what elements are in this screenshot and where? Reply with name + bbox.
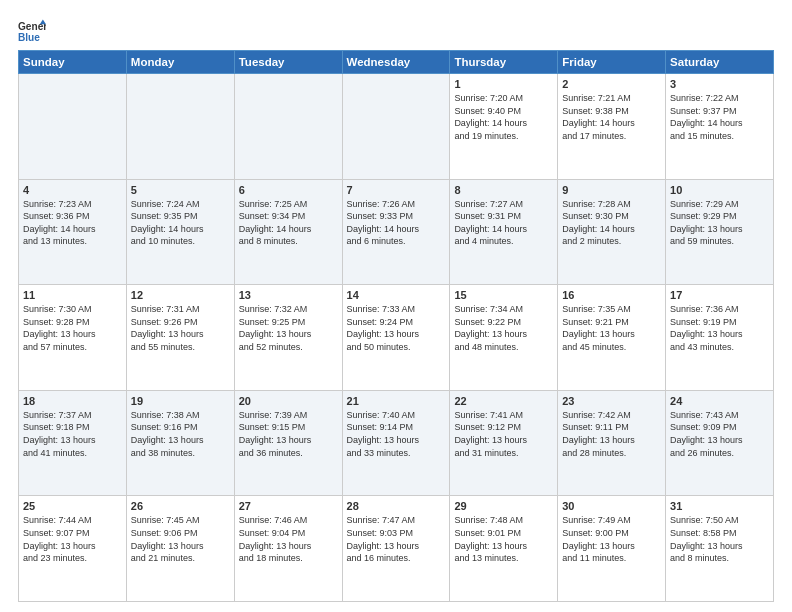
day-info: Sunrise: 7:31 AM Sunset: 9:26 PM Dayligh…	[131, 303, 230, 353]
logo-icon: General Blue	[18, 18, 46, 46]
day-number: 3	[670, 78, 769, 90]
day-number: 4	[23, 184, 122, 196]
day-number: 11	[23, 289, 122, 301]
day-info: Sunrise: 7:22 AM Sunset: 9:37 PM Dayligh…	[670, 92, 769, 142]
calendar-cell: 20Sunrise: 7:39 AM Sunset: 9:15 PM Dayli…	[234, 390, 342, 496]
weekday-header-row: SundayMondayTuesdayWednesdayThursdayFrid…	[19, 51, 774, 74]
week-row-5: 25Sunrise: 7:44 AM Sunset: 9:07 PM Dayli…	[19, 496, 774, 602]
weekday-header-wednesday: Wednesday	[342, 51, 450, 74]
calendar-cell: 25Sunrise: 7:44 AM Sunset: 9:07 PM Dayli…	[19, 496, 127, 602]
calendar-cell: 4Sunrise: 7:23 AM Sunset: 9:36 PM Daylig…	[19, 179, 127, 285]
week-row-1: 1Sunrise: 7:20 AM Sunset: 9:40 PM Daylig…	[19, 74, 774, 180]
calendar-cell: 6Sunrise: 7:25 AM Sunset: 9:34 PM Daylig…	[234, 179, 342, 285]
calendar-cell: 1Sunrise: 7:20 AM Sunset: 9:40 PM Daylig…	[450, 74, 558, 180]
day-info: Sunrise: 7:30 AM Sunset: 9:28 PM Dayligh…	[23, 303, 122, 353]
day-number: 25	[23, 500, 122, 512]
calendar-cell: 22Sunrise: 7:41 AM Sunset: 9:12 PM Dayli…	[450, 390, 558, 496]
day-number: 31	[670, 500, 769, 512]
day-number: 8	[454, 184, 553, 196]
day-number: 27	[239, 500, 338, 512]
day-number: 30	[562, 500, 661, 512]
weekday-header-sunday: Sunday	[19, 51, 127, 74]
weekday-header-thursday: Thursday	[450, 51, 558, 74]
day-number: 16	[562, 289, 661, 301]
calendar-cell: 17Sunrise: 7:36 AM Sunset: 9:19 PM Dayli…	[666, 285, 774, 391]
day-info: Sunrise: 7:50 AM Sunset: 8:58 PM Dayligh…	[670, 514, 769, 564]
day-info: Sunrise: 7:28 AM Sunset: 9:30 PM Dayligh…	[562, 198, 661, 248]
calendar-cell: 16Sunrise: 7:35 AM Sunset: 9:21 PM Dayli…	[558, 285, 666, 391]
day-info: Sunrise: 7:44 AM Sunset: 9:07 PM Dayligh…	[23, 514, 122, 564]
day-info: Sunrise: 7:40 AM Sunset: 9:14 PM Dayligh…	[347, 409, 446, 459]
calendar-cell	[19, 74, 127, 180]
day-info: Sunrise: 7:43 AM Sunset: 9:09 PM Dayligh…	[670, 409, 769, 459]
day-number: 17	[670, 289, 769, 301]
day-number: 13	[239, 289, 338, 301]
calendar: SundayMondayTuesdayWednesdayThursdayFrid…	[18, 50, 774, 602]
day-number: 10	[670, 184, 769, 196]
weekday-header-saturday: Saturday	[666, 51, 774, 74]
day-number: 20	[239, 395, 338, 407]
calendar-cell	[126, 74, 234, 180]
calendar-cell: 9Sunrise: 7:28 AM Sunset: 9:30 PM Daylig…	[558, 179, 666, 285]
day-info: Sunrise: 7:24 AM Sunset: 9:35 PM Dayligh…	[131, 198, 230, 248]
calendar-cell: 19Sunrise: 7:38 AM Sunset: 9:16 PM Dayli…	[126, 390, 234, 496]
week-row-4: 18Sunrise: 7:37 AM Sunset: 9:18 PM Dayli…	[19, 390, 774, 496]
day-number: 9	[562, 184, 661, 196]
calendar-cell: 13Sunrise: 7:32 AM Sunset: 9:25 PM Dayli…	[234, 285, 342, 391]
calendar-cell: 10Sunrise: 7:29 AM Sunset: 9:29 PM Dayli…	[666, 179, 774, 285]
day-info: Sunrise: 7:27 AM Sunset: 9:31 PM Dayligh…	[454, 198, 553, 248]
day-number: 29	[454, 500, 553, 512]
calendar-cell: 2Sunrise: 7:21 AM Sunset: 9:38 PM Daylig…	[558, 74, 666, 180]
day-number: 19	[131, 395, 230, 407]
calendar-cell: 31Sunrise: 7:50 AM Sunset: 8:58 PM Dayli…	[666, 496, 774, 602]
week-row-2: 4Sunrise: 7:23 AM Sunset: 9:36 PM Daylig…	[19, 179, 774, 285]
day-info: Sunrise: 7:36 AM Sunset: 9:19 PM Dayligh…	[670, 303, 769, 353]
day-number: 12	[131, 289, 230, 301]
header: General Blue	[18, 18, 774, 46]
calendar-cell: 29Sunrise: 7:48 AM Sunset: 9:01 PM Dayli…	[450, 496, 558, 602]
day-number: 5	[131, 184, 230, 196]
day-info: Sunrise: 7:25 AM Sunset: 9:34 PM Dayligh…	[239, 198, 338, 248]
calendar-cell: 28Sunrise: 7:47 AM Sunset: 9:03 PM Dayli…	[342, 496, 450, 602]
day-number: 24	[670, 395, 769, 407]
day-info: Sunrise: 7:20 AM Sunset: 9:40 PM Dayligh…	[454, 92, 553, 142]
day-info: Sunrise: 7:45 AM Sunset: 9:06 PM Dayligh…	[131, 514, 230, 564]
day-info: Sunrise: 7:37 AM Sunset: 9:18 PM Dayligh…	[23, 409, 122, 459]
day-info: Sunrise: 7:34 AM Sunset: 9:22 PM Dayligh…	[454, 303, 553, 353]
day-number: 14	[347, 289, 446, 301]
day-number: 21	[347, 395, 446, 407]
calendar-cell: 3Sunrise: 7:22 AM Sunset: 9:37 PM Daylig…	[666, 74, 774, 180]
day-number: 6	[239, 184, 338, 196]
day-info: Sunrise: 7:46 AM Sunset: 9:04 PM Dayligh…	[239, 514, 338, 564]
calendar-cell: 18Sunrise: 7:37 AM Sunset: 9:18 PM Dayli…	[19, 390, 127, 496]
day-info: Sunrise: 7:47 AM Sunset: 9:03 PM Dayligh…	[347, 514, 446, 564]
weekday-header-friday: Friday	[558, 51, 666, 74]
day-number: 26	[131, 500, 230, 512]
day-number: 2	[562, 78, 661, 90]
day-info: Sunrise: 7:35 AM Sunset: 9:21 PM Dayligh…	[562, 303, 661, 353]
day-info: Sunrise: 7:33 AM Sunset: 9:24 PM Dayligh…	[347, 303, 446, 353]
day-info: Sunrise: 7:49 AM Sunset: 9:00 PM Dayligh…	[562, 514, 661, 564]
calendar-cell: 8Sunrise: 7:27 AM Sunset: 9:31 PM Daylig…	[450, 179, 558, 285]
day-info: Sunrise: 7:41 AM Sunset: 9:12 PM Dayligh…	[454, 409, 553, 459]
day-info: Sunrise: 7:48 AM Sunset: 9:01 PM Dayligh…	[454, 514, 553, 564]
day-number: 23	[562, 395, 661, 407]
svg-text:Blue: Blue	[18, 32, 40, 43]
day-info: Sunrise: 7:32 AM Sunset: 9:25 PM Dayligh…	[239, 303, 338, 353]
calendar-cell: 23Sunrise: 7:42 AM Sunset: 9:11 PM Dayli…	[558, 390, 666, 496]
day-number: 7	[347, 184, 446, 196]
weekday-header-monday: Monday	[126, 51, 234, 74]
calendar-cell	[234, 74, 342, 180]
calendar-cell: 12Sunrise: 7:31 AM Sunset: 9:26 PM Dayli…	[126, 285, 234, 391]
day-info: Sunrise: 7:29 AM Sunset: 9:29 PM Dayligh…	[670, 198, 769, 248]
calendar-cell: 5Sunrise: 7:24 AM Sunset: 9:35 PM Daylig…	[126, 179, 234, 285]
day-info: Sunrise: 7:23 AM Sunset: 9:36 PM Dayligh…	[23, 198, 122, 248]
calendar-cell: 14Sunrise: 7:33 AM Sunset: 9:24 PM Dayli…	[342, 285, 450, 391]
calendar-cell: 21Sunrise: 7:40 AM Sunset: 9:14 PM Dayli…	[342, 390, 450, 496]
day-number: 1	[454, 78, 553, 90]
calendar-cell: 11Sunrise: 7:30 AM Sunset: 9:28 PM Dayli…	[19, 285, 127, 391]
day-number: 15	[454, 289, 553, 301]
day-info: Sunrise: 7:21 AM Sunset: 9:38 PM Dayligh…	[562, 92, 661, 142]
week-row-3: 11Sunrise: 7:30 AM Sunset: 9:28 PM Dayli…	[19, 285, 774, 391]
day-number: 28	[347, 500, 446, 512]
